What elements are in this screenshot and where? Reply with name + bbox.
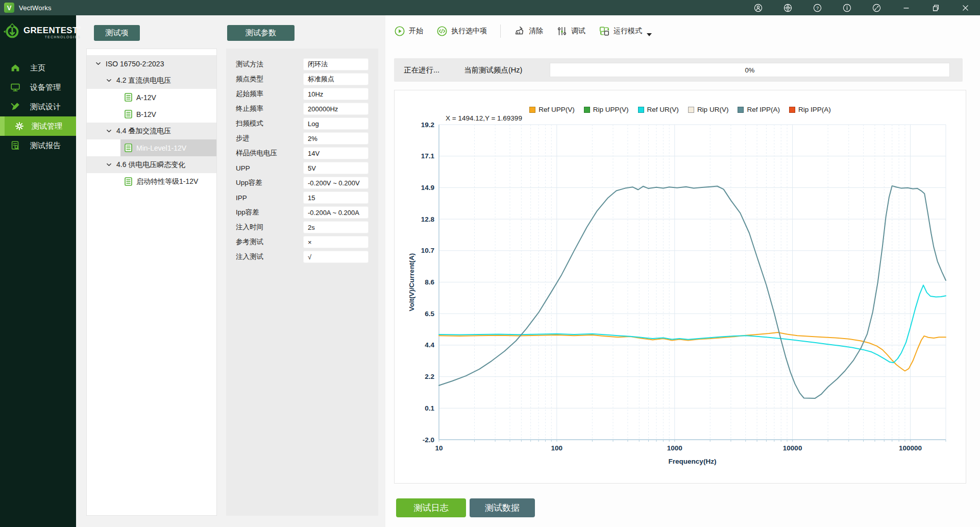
param-label-sweep_mode: 扫频模式 [236, 119, 303, 128]
param-input-injection_time[interactable] [303, 221, 369, 233]
help-icon[interactable]: ? [802, 0, 832, 15]
svg-text:-2.0: -2.0 [423, 436, 434, 444]
svg-text:?: ? [816, 5, 819, 10]
tree-node-label: A-12V [136, 93, 156, 102]
param-label-sample_voltage: 样品供电电压 [236, 149, 303, 158]
progress-percent: 0% [550, 63, 949, 77]
sliders-icon [556, 26, 568, 37]
param-input-step[interactable] [303, 132, 369, 145]
tree-node-4.6-供电电压瞬态变化[interactable]: 4.6 供电电压瞬态变化 [87, 156, 216, 173]
test-data-button[interactable]: 测试数据 [470, 498, 535, 517]
info-icon[interactable] [832, 0, 862, 15]
svg-text:100: 100 [551, 444, 563, 452]
line-chart[interactable]: 19.217.114.912.810.78.66.54.42.20.1-2.01… [395, 90, 966, 483]
brand-subtitle: TECHNOLOGIES [23, 36, 81, 39]
param-row-test_method: 测试方法 [236, 58, 369, 70]
svg-text:14.9: 14.9 [421, 184, 434, 191]
tree-node-Min-Level1-12V[interactable]: Min-Level1-12V [87, 139, 216, 156]
param-input-sweep_mode[interactable] [303, 117, 369, 130]
toolbar: 开始执行选中项清除调试运行模式 [394, 22, 652, 40]
maximize-icon[interactable] [921, 0, 950, 15]
sidebar-item-label: 主页 [30, 63, 45, 73]
close-icon[interactable] [950, 0, 980, 15]
sidebar-item-device[interactable]: 设备管理 [0, 78, 76, 97]
progress-strip: 正在进行... 当前测试频点(Hz) 0% [394, 58, 963, 82]
param-input-freq_type[interactable] [303, 73, 369, 85]
sidebar-item-design[interactable]: 测试设计 [0, 97, 76, 116]
test-log-button[interactable]: 测试日志 [396, 498, 466, 517]
test-document-icon [125, 177, 132, 186]
param-row-upp: UPP [236, 162, 369, 174]
svg-text:12.8: 12.8 [421, 215, 435, 223]
param-input-upp[interactable] [303, 162, 369, 174]
tree-panel-header: 测试项 [94, 25, 140, 41]
chevron-down-icon[interactable] [105, 77, 112, 84]
param-input-stop_freq[interactable] [303, 103, 369, 115]
user-icon[interactable] [743, 0, 773, 15]
toolbar-button-label: 调试 [571, 27, 585, 36]
param-input-ipp[interactable] [303, 191, 369, 204]
toolbar-button-play[interactable]: 开始 [394, 26, 423, 37]
sidebar-menu: 主页设备管理测试设计测试管理测试报告 [0, 58, 76, 155]
tree-node-启动特性等级1-12V[interactable]: 启动特性等级1-12V [87, 173, 216, 190]
test-parameter-panel: 测试方法频点类型起始频率终止频率扫频模式步进样品供电电压UPPUpp容差IPPI… [226, 49, 378, 516]
tree-node-ISO-16750-2:2023[interactable]: ISO 16750-2:2023 [87, 55, 216, 72]
sidebar-item-report[interactable]: 测试报告 [0, 136, 76, 155]
param-label-injection_test: 注入测试 [236, 252, 303, 261]
toolbar-button-broom[interactable]: 清除 [514, 26, 543, 37]
tree-node-A-12V[interactable]: A-12V [87, 89, 216, 106]
svg-text:8.6: 8.6 [425, 278, 434, 286]
tree-node-label: ISO 16750-2:2023 [106, 60, 164, 68]
param-input-start_freq[interactable] [303, 88, 369, 100]
svg-text:19.2: 19.2 [421, 121, 434, 129]
param-label-upp_tolerance: Upp容差 [236, 178, 303, 187]
network-icon[interactable]: LAN [773, 0, 802, 15]
design-icon [9, 101, 21, 113]
toolbar-button-sliders[interactable]: 调试 [556, 26, 585, 37]
param-row-start_freq: 起始频率 [236, 88, 369, 100]
tree-node-label: 启动特性等级1-12V [136, 177, 198, 186]
broom-icon [514, 26, 525, 37]
param-input-reference_test[interactable] [303, 236, 369, 248]
chart-panel: Ref UPP(V)Rip UPP(V)Ref UR(V)Rip UR(V)Re… [394, 90, 966, 484]
tools-icon[interactable] [862, 0, 891, 15]
param-input-ipp_tolerance[interactable] [303, 206, 369, 219]
toolbar-button-code[interactable]: 执行选中项 [436, 26, 487, 37]
svg-text:17.1: 17.1 [421, 152, 435, 160]
svg-text:2.2: 2.2 [425, 373, 434, 380]
param-input-test_method[interactable] [303, 58, 369, 70]
param-label-test_method: 测试方法 [236, 60, 303, 69]
test-document-icon [125, 143, 132, 152]
progress-status: 正在进行... [404, 65, 464, 75]
svg-text:10: 10 [435, 444, 443, 452]
dropdown-caret-icon [647, 33, 652, 36]
test-document-icon [125, 110, 132, 118]
param-row-stop_freq: 终止频率 [236, 103, 369, 115]
progress-bar: 0% [550, 63, 950, 77]
param-label-injection_time: 注入时间 [236, 223, 303, 232]
code-icon [436, 26, 448, 37]
device-icon [9, 81, 21, 93]
param-input-sample_voltage[interactable] [303, 147, 369, 159]
chevron-down-icon[interactable] [94, 60, 102, 67]
param-label-ipp_tolerance: Ipp容差 [236, 208, 303, 217]
app-window: V VectWorks LAN? GREENTEST® TECHNOLOGIES… [0, 0, 980, 527]
sidebar-item-manage[interactable]: 测试管理 [0, 116, 76, 136]
svg-text:10000: 10000 [783, 444, 802, 452]
tree-node-4.4-叠加交流电压[interactable]: 4.4 叠加交流电压 [87, 123, 216, 139]
toolbar-button-runmode[interactable]: 运行模式 [599, 26, 652, 37]
minimize-icon[interactable] [891, 0, 921, 15]
chevron-down-icon[interactable] [105, 128, 112, 135]
param-input-upp_tolerance[interactable] [303, 177, 369, 189]
param-input-injection_test[interactable] [303, 251, 369, 263]
tree-node-B-12V[interactable]: B-12V [87, 106, 216, 123]
sidebar-item-home[interactable]: 主页 [0, 58, 76, 78]
tree-node-4.2-直流供电电压[interactable]: 4.2 直流供电电压 [87, 72, 216, 89]
sidebar-item-label: 测试设计 [30, 102, 61, 112]
param-row-freq_type: 频点类型 [236, 73, 369, 85]
chevron-down-icon[interactable] [105, 161, 112, 169]
param-row-ipp: IPP [236, 191, 369, 204]
svg-text:1000: 1000 [667, 444, 682, 452]
test-document-icon [125, 93, 132, 102]
tree-node-label: 4.2 直流供电电压 [116, 76, 171, 85]
